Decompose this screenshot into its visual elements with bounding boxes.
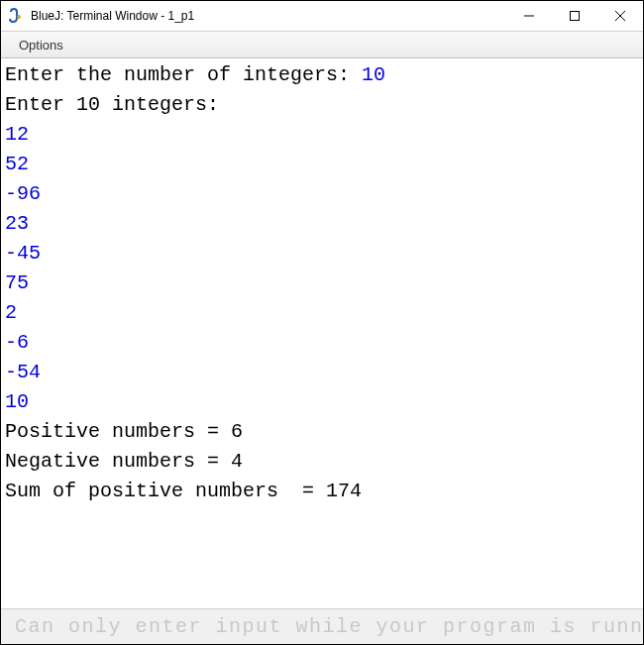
minimize-button[interactable] xyxy=(506,1,552,31)
user-input-value: 75 xyxy=(5,271,29,294)
result-text: Negative numbers = 4 xyxy=(5,450,243,473)
user-input-value: -54 xyxy=(5,361,41,383)
user-input-value: 2 xyxy=(5,301,17,324)
user-input-value: 52 xyxy=(5,153,29,175)
user-input-value: 10 xyxy=(5,390,29,413)
user-input-value: -6 xyxy=(5,331,29,354)
user-input-value: -45 xyxy=(5,242,41,265)
titlebar: BlueJ: Terminal Window - 1_p1 xyxy=(1,1,643,31)
prompt-text: Enter the number of integers: xyxy=(5,63,362,86)
bluej-icon xyxy=(9,8,25,24)
maximize-button[interactable] xyxy=(552,1,597,31)
result-text: Sum of positive numbers = 174 xyxy=(5,480,362,502)
menu-options[interactable]: Options xyxy=(15,36,67,54)
status-text: Can only enter input while your program … xyxy=(15,615,643,638)
svg-rect-2 xyxy=(571,12,580,21)
user-input-value: -96 xyxy=(5,182,41,205)
user-input-value: 12 xyxy=(5,123,29,146)
svg-point-0 xyxy=(17,15,21,19)
window-controls xyxy=(506,1,643,31)
result-text: Positive numbers = 6 xyxy=(5,420,243,443)
window-title: BlueJ: Terminal Window - 1_p1 xyxy=(31,9,506,23)
menubar: Options xyxy=(1,31,643,58)
close-button[interactable] xyxy=(597,1,643,31)
user-input-value: 23 xyxy=(5,212,29,235)
status-bar: Can only enter input while your program … xyxy=(1,608,643,644)
user-input: 10 xyxy=(362,63,385,86)
terminal-output[interactable]: Enter the number of integers: 10 Enter 1… xyxy=(1,58,643,608)
prompt-text: Enter 10 integers: xyxy=(5,93,219,116)
